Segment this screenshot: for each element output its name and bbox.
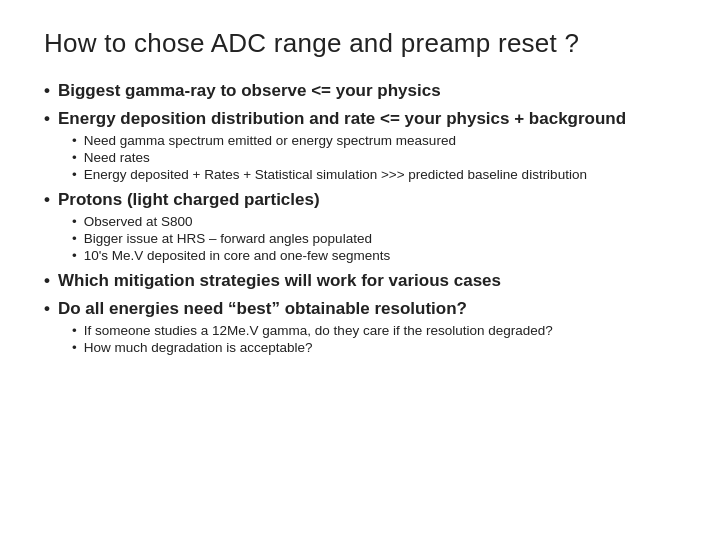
bullet-dot: •	[72, 150, 77, 165]
bullet-dot: •	[72, 167, 77, 182]
bullet-text-b2b: Need rates	[84, 150, 150, 165]
bullet-dot: •	[72, 231, 77, 246]
bullet-dot: •	[44, 81, 50, 101]
bullet-l2-b2a: •Need gamma spectrum emitted or energy s…	[72, 133, 676, 148]
bullet-text-b5: Do all energies need “best” obtainable r…	[58, 299, 467, 319]
bullet-l2-b3c: •10's Me.V deposited in core and one-few…	[72, 248, 676, 263]
slide-content: •Biggest gamma-ray to observe <= your ph…	[44, 81, 676, 355]
bullet-l1-b2: •Energy deposition distribution and rate…	[44, 109, 676, 129]
bullet-text-b5a: If someone studies a 12Me.V gamma, do th…	[84, 323, 553, 338]
bullet-l1-b4: •Which mitigation strategies will work f…	[44, 271, 676, 291]
bullet-text-b2a: Need gamma spectrum emitted or energy sp…	[84, 133, 456, 148]
bullet-dot: •	[72, 214, 77, 229]
bullet-l1-b5: •Do all energies need “best” obtainable …	[44, 299, 676, 319]
bullet-l2-b2c: •Energy deposited + Rates + Statistical …	[72, 167, 676, 182]
bullet-text-b2: Energy deposition distribution and rate …	[58, 109, 626, 129]
bullet-l2-b5b: •How much degradation is acceptable?	[72, 340, 676, 355]
bullet-text-b1: Biggest gamma-ray to observe <= your phy…	[58, 81, 441, 101]
bullet-dot: •	[72, 340, 77, 355]
bullet-dot: •	[44, 190, 50, 210]
bullet-dot: •	[72, 323, 77, 338]
slide-title: How to chose ADC range and preamp reset …	[44, 28, 676, 59]
bullet-l2-b2b: •Need rates	[72, 150, 676, 165]
bullet-dot: •	[72, 133, 77, 148]
bullet-dot: •	[44, 271, 50, 291]
slide: How to chose ADC range and preamp reset …	[0, 0, 720, 540]
bullet-dot: •	[44, 299, 50, 319]
bullet-dot: •	[44, 109, 50, 129]
bullet-l2-b3b: •Bigger issue at HRS – forward angles po…	[72, 231, 676, 246]
bullet-text-b2c: Energy deposited + Rates + Statistical s…	[84, 167, 587, 182]
bullet-l2-b3a: •Observed at S800	[72, 214, 676, 229]
bullet-text-b3b: Bigger issue at HRS – forward angles pop…	[84, 231, 372, 246]
bullet-l2-b5a: •If someone studies a 12Me.V gamma, do t…	[72, 323, 676, 338]
bullet-text-b3a: Observed at S800	[84, 214, 193, 229]
bullet-text-b5b: How much degradation is acceptable?	[84, 340, 313, 355]
bullet-text-b4: Which mitigation strategies will work fo…	[58, 271, 501, 291]
bullet-text-b3c: 10's Me.V deposited in core and one-few …	[84, 248, 391, 263]
bullet-text-b3: Protons (light charged particles)	[58, 190, 320, 210]
bullet-dot: •	[72, 248, 77, 263]
bullet-l1-b3: •Protons (light charged particles)	[44, 190, 676, 210]
bullet-l1-b1: •Biggest gamma-ray to observe <= your ph…	[44, 81, 676, 101]
